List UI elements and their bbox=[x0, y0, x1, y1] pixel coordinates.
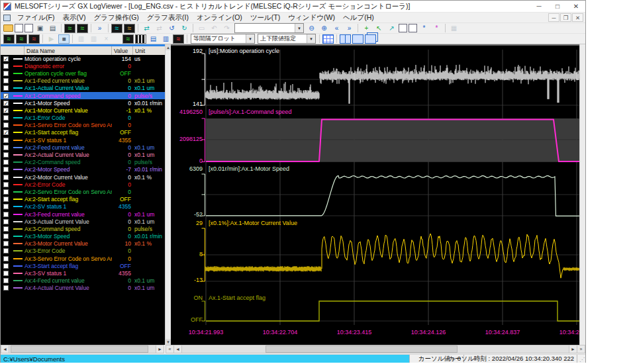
list-row[interactable]: ✓Motion operation cycle154us bbox=[1, 55, 165, 62]
open-logging-file-icon[interactable]: ≈ bbox=[28, 34, 40, 44]
next-marker-icon[interactable]: ↗ bbox=[386, 24, 397, 33]
chart-scroll-pageleft-icon[interactable]: « bbox=[166, 345, 174, 353]
list-row[interactable]: Ax:2-Motor Current Value0x0.1 % bbox=[1, 173, 165, 181]
list-scroll-right-icon[interactable]: ► bbox=[156, 345, 164, 353]
list-row[interactable]: Ax:3-Motor Current Value10x0.1 % bbox=[1, 240, 165, 248]
chart-scroll-left-icon[interactable]: ◄ bbox=[174, 345, 182, 353]
list-row[interactable]: Ax:2-Motor Speed-7x0.01 r/min bbox=[1, 166, 165, 173]
chart-scroll-thumb[interactable] bbox=[266, 345, 458, 353]
row-checkbox[interactable] bbox=[3, 189, 9, 195]
zoom-out-icon[interactable]: ⊖ bbox=[306, 24, 317, 33]
align-upper-icon[interactable]: ▤ bbox=[148, 34, 159, 44]
row-checkbox[interactable] bbox=[3, 115, 9, 120]
data-jump-icon[interactable]: » bbox=[94, 24, 105, 33]
header-unit[interactable]: Unit bbox=[133, 46, 165, 55]
open-file-icon[interactable] bbox=[3, 24, 13, 32]
row-checkbox[interactable] bbox=[3, 145, 9, 150]
row-checkbox[interactable] bbox=[3, 212, 9, 217]
trend-chart-panel[interactable]: 192[us]:Motion operation cycle1414196250… bbox=[171, 44, 579, 345]
row-checkbox[interactable]: ✓ bbox=[3, 101, 9, 106]
row-checkbox[interactable] bbox=[3, 248, 9, 253]
list-row[interactable]: Ax:2-Servo Error Code on Servo Amplifier… bbox=[1, 188, 165, 195]
grid-display-icon[interactable] bbox=[322, 34, 334, 44]
list-row[interactable]: Ax:3-Start accept flagOFF bbox=[1, 262, 165, 269]
row-checkbox[interactable] bbox=[3, 182, 9, 187]
split-vertical-icon[interactable] bbox=[340, 34, 351, 44]
list-row[interactable]: ✓Ax:1-Start accept flagOFF bbox=[1, 129, 165, 136]
list-row[interactable]: Ax:3-Error Code0 bbox=[1, 248, 165, 255]
header-data-name[interactable]: Data Name bbox=[24, 46, 112, 55]
list-row[interactable]: ✓Ax:1-Motor Current Value-1x0.1 % bbox=[1, 107, 165, 114]
list-row[interactable]: Ax:4-Feed current value0x0.1 um bbox=[1, 277, 165, 285]
list-row[interactable]: Ax:3-Motor Speed0x0.01 r/min bbox=[1, 233, 165, 240]
menu-item-5[interactable]: ツール(T) bbox=[246, 13, 284, 23]
list-scroll-track[interactable] bbox=[9, 345, 156, 353]
chart-scroll-pageright-icon[interactable]: » bbox=[577, 345, 585, 353]
chart-vertical-scrollbar[interactable] bbox=[579, 44, 585, 345]
overview-window-icon[interactable]: ≈ bbox=[124, 24, 135, 33]
graph-properties-icon[interactable]: * bbox=[418, 24, 430, 33]
resize-grip[interactable]: ⋰ bbox=[577, 355, 585, 363]
list-vertical-scrollbar[interactable]: ▲ ▼ bbox=[165, 44, 171, 345]
list-row[interactable]: Ax:2-Start accept flagOFF bbox=[1, 196, 165, 203]
header-value[interactable]: Value bbox=[112, 46, 133, 55]
list-row[interactable]: Diagnostic error0 bbox=[1, 62, 165, 69]
row-checkbox[interactable] bbox=[3, 197, 9, 202]
list-row[interactable]: Ax:2-Error Code0 bbox=[1, 181, 165, 188]
copy-image-icon[interactable] bbox=[24, 24, 33, 32]
jump-start-icon[interactable]: ↺ bbox=[166, 24, 177, 33]
realtime-trend-icon[interactable]: ≈ bbox=[16, 34, 27, 44]
mdi-minimize-button[interactable]: ─ bbox=[548, 13, 559, 22]
list-row[interactable]: Ax:2-Command speed0pulse/s bbox=[1, 159, 165, 166]
chevron-down-icon[interactable]: ▼ bbox=[307, 34, 315, 43]
row-checkbox[interactable]: ✓ bbox=[3, 93, 9, 99]
row-checkbox[interactable] bbox=[3, 138, 9, 143]
event-list-icon[interactable]: ≈ bbox=[173, 34, 184, 44]
row-checkbox[interactable] bbox=[3, 122, 9, 128]
list-horizontal-scrollbar[interactable]: ◄ ► bbox=[1, 345, 164, 353]
menu-item-7[interactable]: ヘルプ(H) bbox=[339, 13, 378, 23]
list-row[interactable]: Ax:2-Actual Current Value0x0.1 um bbox=[1, 151, 165, 158]
row-checkbox[interactable]: ✓ bbox=[3, 56, 9, 62]
list-row[interactable]: Ax:3-SV status 14355 bbox=[1, 269, 165, 277]
row-checkbox[interactable] bbox=[3, 152, 9, 158]
page-next-icon[interactable]: » bbox=[344, 24, 355, 33]
list-row[interactable]: Ax:3-Actual Current Value0x0.1 um bbox=[1, 218, 165, 225]
row-checkbox[interactable] bbox=[3, 204, 9, 209]
chart-scroll-track[interactable] bbox=[182, 345, 569, 353]
row-checkbox[interactable] bbox=[3, 175, 9, 180]
stop-monitor-icon[interactable]: ■ bbox=[58, 34, 70, 44]
chevron-down-icon[interactable]: ▼ bbox=[246, 34, 254, 43]
menu-item-0[interactable]: ファイル(F) bbox=[13, 13, 58, 23]
row-checkbox[interactable]: ✓ bbox=[3, 130, 9, 135]
row-checkbox[interactable] bbox=[3, 167, 9, 172]
list-scroll-thumb[interactable] bbox=[11, 345, 148, 353]
row-checkbox[interactable] bbox=[3, 241, 9, 246]
row-checkbox[interactable] bbox=[3, 278, 9, 283]
mdi-document-icon[interactable] bbox=[3, 15, 11, 21]
list-row[interactable]: Ax:1-Actual Current Value0x0.1 um bbox=[1, 85, 165, 92]
row-checkbox[interactable] bbox=[3, 219, 9, 224]
row-checkbox[interactable] bbox=[3, 64, 9, 69]
chevron-down-icon[interactable]: ▼ bbox=[295, 24, 303, 32]
color-settings-icon[interactable]: * bbox=[431, 24, 442, 33]
minimize-button[interactable]: ─ bbox=[530, 1, 548, 12]
row-checkbox[interactable] bbox=[3, 226, 9, 232]
snapshot-icon[interactable]: ▣ bbox=[34, 24, 46, 33]
trend-graph-icon[interactable]: ≈ bbox=[122, 34, 134, 44]
jump-trigger-icon[interactable]: ↻ bbox=[179, 24, 190, 33]
page-prev-icon[interactable]: « bbox=[331, 24, 342, 33]
list-row[interactable]: Operation cycle over flagOFF bbox=[1, 69, 165, 77]
scale-mode-combobox[interactable]: 上下限値指定▼ bbox=[258, 34, 316, 44]
list-row[interactable]: Ax:2-SV status 14355 bbox=[1, 203, 165, 210]
row-checkbox[interactable] bbox=[3, 285, 9, 291]
save-image-icon[interactable] bbox=[15, 24, 23, 32]
add-marker-icon[interactable]: + bbox=[361, 24, 372, 33]
list-row[interactable]: Ax:2-Feed current value0x0.1 um bbox=[1, 144, 165, 151]
cascade-icon[interactable] bbox=[365, 34, 376, 44]
list-row[interactable]: ✓Ax:1-Command speed0pulse/s bbox=[1, 92, 165, 99]
list-row[interactable]: Ax:3-Servo Error Code on Servo Amplifier… bbox=[1, 255, 165, 262]
row-checkbox[interactable] bbox=[3, 256, 9, 261]
chart-horizontal-scrollbar[interactable]: « ◄ ► » bbox=[166, 345, 585, 353]
list-row[interactable]: Ax:1-Servo Error Code on Servo Amplifier… bbox=[1, 122, 165, 129]
